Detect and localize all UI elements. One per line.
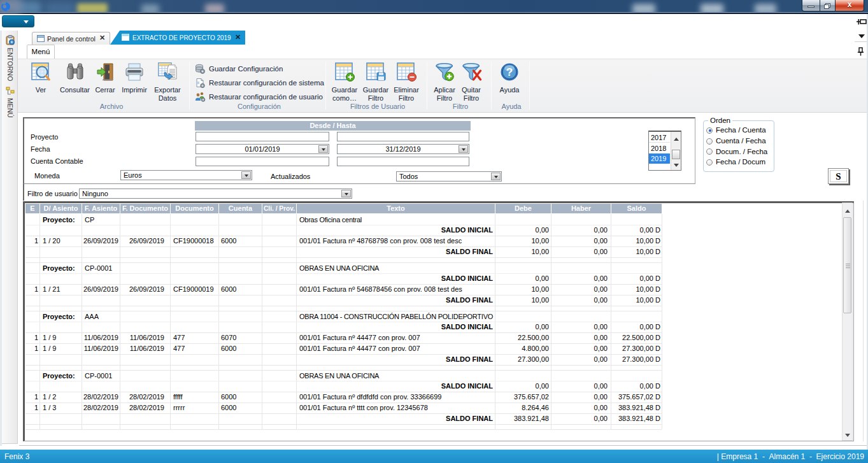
svg-text:?: ?	[506, 66, 513, 78]
